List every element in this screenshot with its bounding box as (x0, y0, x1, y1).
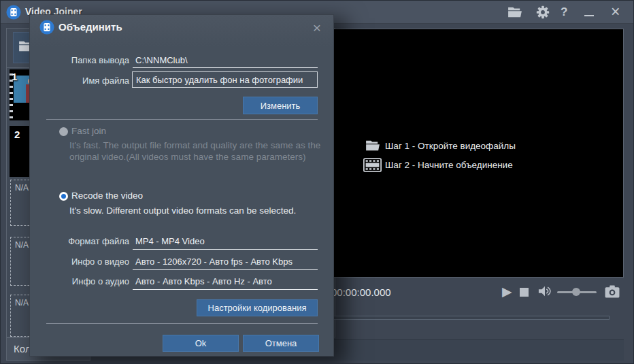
output-folder-label: Папка вывода (37, 55, 129, 65)
settings-gear-icon[interactable] (535, 5, 550, 22)
file-name-label: Имя файла (37, 76, 129, 86)
join-dialog: Объединить × Папка вывода C:\NNMClub\ Им… (29, 14, 334, 357)
dialog-logo-icon (39, 20, 54, 35)
folder-icon (365, 139, 380, 154)
window-close-icon[interactable]: × (611, 3, 620, 21)
step-1-label: Шаг 1 - Откройте видеофайлы (385, 141, 516, 151)
fast-join-label: Fast join (71, 126, 106, 136)
thumbnail-number: 1 (12, 71, 17, 82)
volume-slider-knob[interactable] (572, 288, 580, 296)
dialog-title: Объединить (59, 21, 122, 33)
section-divider (46, 323, 318, 324)
thumbnail-number: 2 (14, 129, 20, 140)
volume-icon[interactable] (537, 284, 552, 301)
field-underline (133, 249, 318, 250)
field-underline (133, 269, 318, 270)
recode-description: It's slow. Different output video format… (69, 205, 335, 216)
help-icon[interactable]: ? (561, 5, 567, 19)
app-window: Video Joiner ? × 1 2 (0, 0, 634, 364)
cancel-button[interactable]: Отмена (243, 335, 319, 352)
na-label: N/A (15, 183, 29, 193)
section-divider (46, 119, 318, 120)
output-folder-value[interactable]: C:\NNMClub\ (135, 55, 188, 65)
stop-button[interactable] (520, 288, 529, 297)
field-underline (133, 67, 318, 68)
fast-join-description: It's fast. The output file format and qu… (69, 139, 335, 163)
film-strip-icon (363, 158, 382, 175)
snapshot-camera-icon[interactable] (604, 285, 620, 301)
app-logo-icon (6, 5, 21, 20)
na-label: N/A (15, 240, 29, 250)
audio-info-label: Инфо о аудио (37, 276, 129, 286)
ok-button[interactable]: Ok (163, 335, 239, 352)
video-info-value[interactable]: Авто - 1206x720 - Авто fps - Авто Kbps (135, 257, 293, 267)
file-name-input[interactable] (132, 71, 318, 88)
recode-label: Recode the video (71, 191, 143, 201)
change-button[interactable]: Изменить (243, 97, 318, 114)
minimize-icon[interactable] (584, 15, 594, 16)
playback-time: 00:00:00.000 (331, 286, 391, 298)
file-format-value[interactable]: MP4 - MP4 Video (135, 236, 205, 246)
recode-radio[interactable] (59, 192, 68, 201)
video-info-label: Инфо о видео (37, 257, 129, 267)
open-folder-button[interactable] (507, 6, 522, 21)
dialog-close-icon[interactable]: × (307, 19, 327, 37)
fast-join-radio[interactable] (59, 127, 68, 136)
file-format-label: Формат файла (37, 236, 129, 246)
field-underline (133, 289, 318, 290)
step-2-label: Шаг 2 - Начните объединение (385, 160, 513, 170)
audio-info-value[interactable]: Авто - Авто Kbps - Авто Hz - Авто (135, 276, 272, 286)
play-button[interactable]: ▶ (502, 285, 512, 299)
encoding-settings-button[interactable]: Настройки кодирования (197, 299, 318, 316)
na-label: N/A (15, 298, 29, 308)
